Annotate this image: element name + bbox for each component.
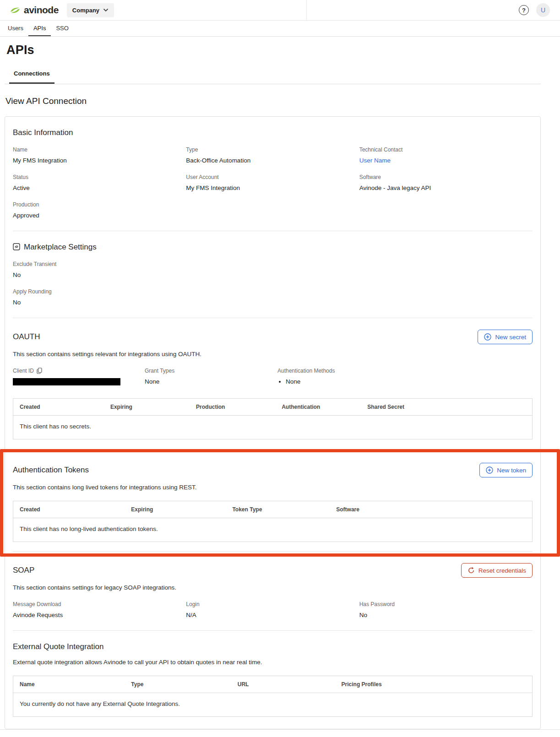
technical-contact-link[interactable]: User Name bbox=[359, 157, 391, 164]
api-connection-card: Basic Information Name My FMS Integratio… bbox=[5, 116, 541, 729]
auth-tokens-table: Created Expiring Token Type Software Thi… bbox=[13, 501, 533, 542]
reset-credentials-button[interactable]: Reset credentials bbox=[461, 563, 533, 578]
plus-circle-icon bbox=[484, 333, 491, 341]
oauth-description: This section contains settings relevant … bbox=[13, 351, 533, 358]
avatar[interactable]: U bbox=[536, 3, 550, 17]
section-external-quote: External Quote Integration External quot… bbox=[13, 630, 533, 729]
field-login: Login N/A bbox=[186, 601, 359, 618]
page-title: APIs bbox=[6, 43, 541, 57]
tab-users[interactable]: Users bbox=[3, 21, 28, 36]
empty-secrets-message: This client has no secrets. bbox=[13, 416, 533, 439]
external-quote-table: Name Type URL Pricing Profiles You curre… bbox=[13, 676, 533, 717]
client-id-redacted-value bbox=[13, 378, 120, 385]
marketplace-icon bbox=[13, 243, 20, 250]
section-marketplace-settings: Marketplace Settings Exclude Transient N… bbox=[13, 231, 533, 318]
view-api-connection-heading: View API Connection bbox=[5, 96, 541, 106]
subtab-bar: Connections bbox=[5, 67, 541, 84]
avinode-swoosh-icon bbox=[9, 6, 21, 14]
new-token-button[interactable]: New token bbox=[479, 463, 533, 477]
refresh-icon bbox=[468, 567, 475, 574]
brand-name: avinode bbox=[24, 5, 59, 16]
avinode-logo[interactable]: avinode bbox=[9, 5, 59, 16]
admin-nav-tabs: Users APIs SSO bbox=[0, 21, 560, 37]
field-has-password: Has Password No bbox=[359, 601, 533, 618]
section-oauth: OAUTH New secret This section contains s… bbox=[13, 318, 533, 451]
soap-description: This section contains settings for legac… bbox=[13, 584, 533, 591]
oauth-secrets-table: Created Expiring Production Authenticati… bbox=[13, 398, 533, 439]
table-row: This client has no long-lived authentica… bbox=[13, 518, 533, 542]
page-footer: Contact About us Avinode Legal avinode g… bbox=[0, 730, 560, 737]
tab-sso[interactable]: SSO bbox=[51, 21, 73, 36]
field-production: Production Approved bbox=[13, 201, 186, 219]
section-authentication-tokens: Authentication Tokens New token This sec… bbox=[13, 451, 533, 551]
field-software: Software Avinode - Java legacy API bbox=[359, 174, 533, 191]
soap-title: SOAP bbox=[13, 566, 34, 575]
chevron-down-icon bbox=[103, 8, 109, 12]
main-content: APIs Connections View API Connection Bas… bbox=[5, 37, 541, 729]
field-apply-rounding: Apply Rounding No bbox=[13, 288, 533, 306]
section-soap: SOAP Reset credentials This section cont… bbox=[13, 551, 533, 630]
copy-icon[interactable] bbox=[37, 368, 42, 374]
tab-connections[interactable]: Connections bbox=[9, 67, 54, 84]
empty-tokens-message: This client has no long-lived authentica… bbox=[13, 518, 533, 542]
company-selector[interactable]: Company bbox=[67, 3, 114, 17]
field-status: Status Active bbox=[13, 174, 186, 191]
help-button[interactable]: ? bbox=[519, 5, 529, 15]
field-message-download: Message Download Avinode Requests bbox=[13, 601, 186, 618]
table-row: You currently do not have any External Q… bbox=[13, 693, 533, 717]
table-row: This client has no secrets. bbox=[13, 416, 533, 439]
section-basic-information: Basic Information Name My FMS Integratio… bbox=[13, 117, 533, 231]
new-secret-button[interactable]: New secret bbox=[478, 330, 533, 344]
field-exclude-transient: Exclude Transient No bbox=[13, 261, 533, 278]
field-technical-contact: Technical Contact User Name bbox=[359, 146, 533, 164]
app-header: avinode Company ? U bbox=[0, 0, 560, 21]
tab-apis[interactable]: APIs bbox=[28, 21, 51, 36]
basic-information-title: Basic Information bbox=[13, 128, 533, 137]
field-grant-types: Grant Types None bbox=[145, 368, 277, 385]
field-authentication-methods: Authentication Methods None bbox=[277, 368, 533, 385]
marketplace-settings-title: Marketplace Settings bbox=[24, 243, 97, 251]
field-user-account: User Account My FMS Integration bbox=[186, 174, 359, 191]
external-quote-title: External Quote Integration bbox=[13, 642, 533, 651]
auth-tokens-description: This section contains long lived tokens … bbox=[13, 484, 533, 491]
field-type: Type Back-Office Automation bbox=[186, 146, 359, 164]
plus-circle-icon bbox=[486, 466, 493, 474]
authentication-tokens-title: Authentication Tokens bbox=[13, 466, 89, 475]
empty-quote-message: You currently do not have any External Q… bbox=[13, 693, 533, 717]
field-client-id: Client ID bbox=[13, 368, 145, 385]
external-quote-description: External quote integration allows Avinod… bbox=[13, 659, 533, 666]
oauth-title: OAUTH bbox=[13, 332, 40, 341]
field-name: Name My FMS Integration bbox=[13, 146, 186, 164]
